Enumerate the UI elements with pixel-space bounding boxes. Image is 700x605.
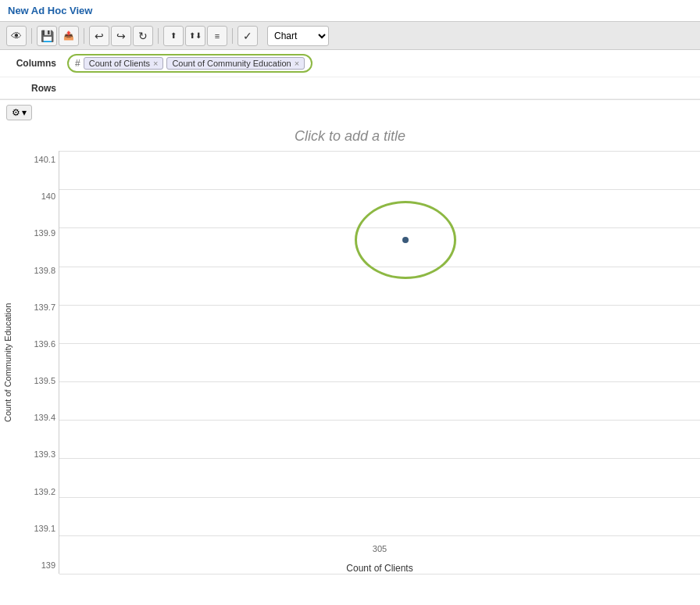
save-button[interactable]: 💾 [37,26,57,46]
toolbar-check-group: ✓ [238,26,258,46]
grid-line-10 [59,535,700,536]
gear-button[interactable]: ⚙ ▾ [6,105,32,120]
gear-chevron: ▾ [22,107,27,118]
y-tick-5: 139.6 [34,339,55,349]
toolbar-view-group: 👁 [6,26,27,46]
refresh-button[interactable]: ↻ [133,26,153,46]
undo-icon: ↩ [95,30,104,42]
chart-title[interactable]: Click to add a title [0,125,700,151]
columns-rows-panel: Columns # Count of Clients × Count of Co… [0,50,700,100]
chart-area: ⚙ ▾ Click to add a title Count of Commun… [0,100,700,605]
columns-label: Columns [0,58,62,69]
columns-content: # Count of Clients × Count of Community … [62,52,700,74]
grid-line-3 [59,267,700,267]
redo-icon: ↪ [116,30,126,42]
toolbar-file-group: 💾 📤 [37,26,79,46]
export-icon: 📤 [63,30,74,41]
chart-toolbar: ⚙ ▾ [0,100,700,125]
sort-icon: ⬆⬇ [189,31,202,40]
check-icon: ✓ [243,30,252,42]
rows-label: Rows [0,83,62,94]
columns-highlight-oval: # Count of Clients × Count of Community … [67,54,312,73]
separator-2 [84,28,84,44]
y-axis: 140.1 140 139.9 139.8 139.7 139.6 139.5 … [16,151,59,574]
gear-icon: ⚙ [12,107,20,118]
save-icon: 💾 [41,30,54,42]
toolbar: 👁 💾 📤 ↩ ↪ ↻ ⬆ [0,22,700,50]
grid-line-8 [59,458,700,459]
chart-type-select[interactable]: Chart Table Crosstab [267,26,329,46]
separator-4 [232,28,233,44]
y-tick-0: 140.1 [34,155,55,164]
y-tick-2: 139.9 [34,228,55,238]
separator-3 [158,28,159,44]
list-button[interactable]: ≡ [207,26,227,46]
y-tick-7: 139.4 [34,413,55,422]
grid-line-5 [59,343,700,344]
y-tick-9: 139.2 [34,487,55,496]
y-tick-8: 139.3 [34,449,55,459]
y-tick-4: 139.7 [34,302,55,312]
grid-line-11 [59,574,700,575]
title-bar: New Ad Hoc View [0,0,700,22]
grid-line-9 [59,497,700,498]
y-axis-label: Count of Community Education [0,151,16,574]
rows-content [62,87,700,90]
data-point[interactable] [402,237,409,243]
y-tick-1: 140 [41,192,55,201]
plot-area: 305 Count of Clients [59,151,700,574]
eye-button[interactable]: 👁 [6,26,27,46]
y-tick-10: 139.1 [34,524,55,533]
grid-line-1 [59,189,700,190]
check-button[interactable]: ✓ [238,26,258,46]
rows-row: Rows [0,77,700,99]
grid-line-2 [59,227,700,228]
grid-line-0 [59,151,700,152]
list-icon: ≡ [215,31,220,41]
count-clients-label: Count of Clients [89,59,150,68]
undo-button[interactable]: ↩ [89,26,109,46]
eye-icon: 👁 [11,30,22,42]
toolbar-history-group: ↩ ↪ ↻ [89,26,153,46]
export-button[interactable]: 📤 [59,26,79,46]
columns-row: Columns # Count of Clients × Count of Co… [0,50,700,77]
x-axis-area: 305 Count of Clients [59,542,700,574]
grid-line-7 [59,420,700,421]
count-community-ed-label: Count of Community Education [172,59,291,68]
move-row-icon: ⬆ [170,31,177,40]
sort-button[interactable]: ⬆⬇ [185,26,205,46]
grid-line-6 [59,381,700,382]
move-row-button[interactable]: ⬆ [163,26,184,46]
separator-1 [31,28,32,44]
count-clients-tag[interactable]: Count of Clients × [84,57,164,70]
redo-button[interactable]: ↪ [111,26,131,46]
y-tick-11: 139 [41,560,55,570]
scatter-container: Count of Community Education 140.1 140 1… [0,151,700,605]
count-clients-remove[interactable]: × [153,59,158,68]
x-axis-tick: 305 [373,544,387,553]
y-tick-6: 139.5 [34,376,55,385]
toolbar-layout-group: ⬆ ⬆⬇ ≡ [163,26,227,46]
hash-icon: # [75,58,80,69]
count-community-ed-remove[interactable]: × [295,59,299,68]
x-axis-label: Count of Clients [346,563,412,574]
grid-line-4 [59,305,700,306]
refresh-icon: ↻ [138,30,148,42]
count-community-ed-tag[interactable]: Count of Community Education × [166,57,305,70]
y-tick-3: 139.8 [34,266,55,275]
page-title: New Ad Hoc View [8,5,92,16]
